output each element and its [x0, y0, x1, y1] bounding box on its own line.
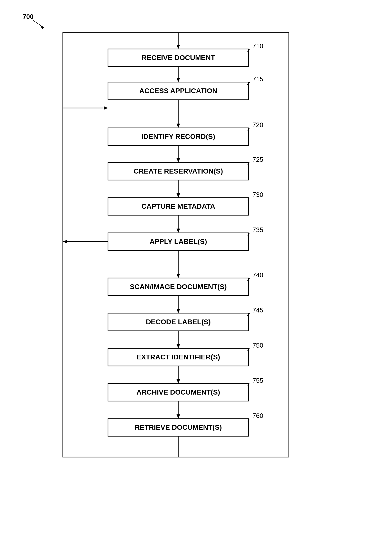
ref-715: 715: [252, 75, 263, 83]
svg-marker-7: [177, 78, 180, 82]
label-715: ACCESS APPLICATION: [139, 87, 217, 95]
ref-750: 750: [252, 342, 263, 349]
svg-marker-38: [177, 414, 180, 419]
flowchart-diagram: 700 RECEIVE DOCUMENT 710 ACCESS APPLICAT…: [0, 0, 392, 543]
label-745: DECODE LABEL(S): [146, 318, 211, 326]
ref-745: 745: [252, 306, 263, 314]
ref-730: 730: [252, 191, 263, 198]
svg-marker-5: [177, 45, 180, 49]
ref-760: 760: [252, 412, 263, 419]
label-740: SCAN/IMAGE DOCUMENT(S): [130, 283, 227, 291]
ref-740: 740: [252, 271, 263, 279]
svg-marker-18: [177, 193, 180, 198]
label-720: IDENTIFY RECORD(S): [141, 133, 215, 140]
ref-710: 710: [252, 42, 263, 50]
ref-720: 720: [252, 121, 263, 129]
label-730: CAPTURE METADATA: [141, 202, 215, 210]
figure-label: 700: [23, 13, 33, 20]
label-750: EXTRACT IDENTIFIER(S): [137, 353, 220, 361]
svg-marker-24: [63, 240, 67, 243]
label-710: RECEIVE DOCUMENT: [142, 54, 215, 62]
label-760: RETRIEVE DOCUMENT(S): [135, 423, 222, 431]
svg-marker-12: [104, 106, 108, 110]
svg-marker-26: [177, 274, 180, 278]
svg-marker-15: [177, 158, 180, 162]
svg-marker-29: [177, 309, 180, 313]
ref-755: 755: [252, 377, 263, 384]
label-735: APPLY LABEL(S): [150, 238, 207, 245]
svg-marker-10: [177, 124, 180, 128]
ref-735: 735: [252, 226, 263, 234]
ref-725: 725: [252, 156, 263, 163]
svg-marker-21: [177, 229, 180, 233]
svg-marker-32: [177, 344, 180, 348]
label-725: CREATE RESERVATION(S): [134, 167, 223, 175]
label-755: ARCHIVE DOCUMENT(S): [137, 388, 220, 396]
svg-marker-35: [177, 379, 180, 384]
